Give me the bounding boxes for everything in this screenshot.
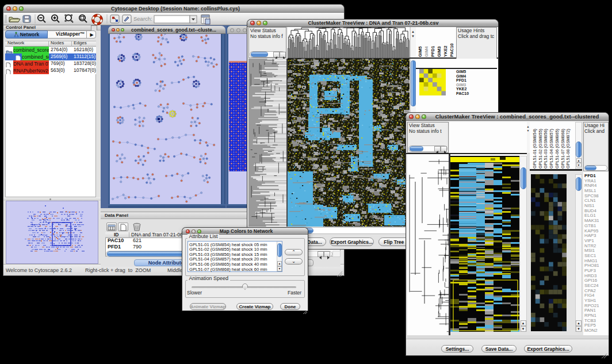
svg-text:GIM4: GIM4 <box>424 46 429 57</box>
svg-text:Search:: Search: <box>133 16 152 22</box>
svg-text:GPL51‑03 (GSM856): GPL51‑03 (GSM856) <box>543 129 548 168</box>
svg-text:GIM5: GIM5 <box>418 47 423 57</box>
svg-text:GPL51‑01 (GSM854): GPL51‑01 (GSM854) <box>532 129 537 168</box>
svg-text:GIM3: GIM3 <box>437 47 442 57</box>
svg-text:GPL51‑04 (GSM857): GPL51‑04 (GSM857) <box>549 129 554 168</box>
svg-text:GPL51‑06 (GSM865): GPL51‑06 (GSM865) <box>554 129 560 168</box>
svg-text:PFD1: PFD1 <box>430 46 435 57</box>
svg-text:GPL51‑02 (GSM855): GPL51‑02 (GSM855) <box>538 129 543 168</box>
svg-text:GPL51‑07 (GSM868): GPL51‑07 (GSM868) <box>560 129 565 168</box>
svg-text:PAC10: PAC10 <box>449 43 454 57</box>
svg-text:GPL51‑08 (GSM872): GPL51‑08 (GSM872) <box>565 129 571 168</box>
svg-text:YKE2: YKE2 <box>443 45 448 57</box>
